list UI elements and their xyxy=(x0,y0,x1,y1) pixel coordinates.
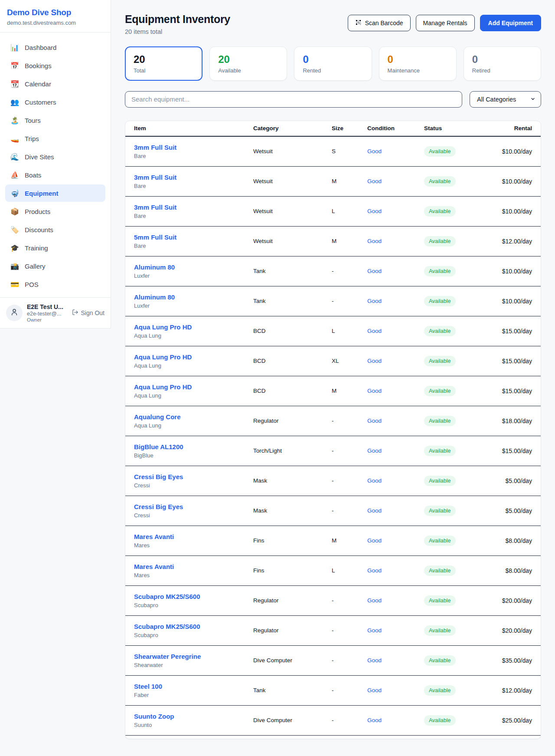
brand-domain: demo.test.divestreams.com xyxy=(7,20,104,26)
sidebar-item-discounts[interactable]: 🏷️ Discounts xyxy=(5,221,105,238)
sidebar-item-pos[interactable]: 💳 POS xyxy=(5,276,105,293)
category-select[interactable]: All Categories xyxy=(470,91,541,108)
item-link[interactable]: Aluminum 80 xyxy=(134,263,175,271)
condition-link[interactable]: Good xyxy=(367,507,382,514)
sidebar-item-label: Products xyxy=(25,208,50,215)
table-row: Shearwater Peregrine Shearwater Dive Com… xyxy=(125,646,541,676)
item-rental: $8.00/day xyxy=(481,567,532,574)
condition-link[interactable]: Good xyxy=(367,567,382,574)
scan-barcode-button[interactable]: Scan Barcode xyxy=(348,15,411,31)
stat-card-available[interactable]: 20 Available xyxy=(209,46,287,81)
condition-link[interactable]: Good xyxy=(367,358,382,364)
sidebar-item-boats[interactable]: ⛵ Boats xyxy=(5,166,105,184)
condition-link[interactable]: Good xyxy=(367,388,382,394)
condition-link[interactable]: Good xyxy=(367,417,382,424)
item-category: Mask xyxy=(253,507,332,514)
condition-link[interactable]: Good xyxy=(367,148,382,154)
condition-link[interactable]: Good xyxy=(367,477,382,484)
gallery-icon: 📸 xyxy=(10,262,19,270)
column-header[interactable]: Category xyxy=(253,125,332,131)
stat-card-maintenance[interactable]: 0 Maintenance xyxy=(379,46,457,81)
sidebar-item-tours[interactable]: 🏝️ Tours xyxy=(5,112,105,129)
item-link[interactable]: 3mm Full Suit xyxy=(134,144,176,151)
item-status-cell: Available xyxy=(424,595,481,606)
item-link[interactable]: Mares Avanti xyxy=(134,563,174,570)
sidebar-item-customers[interactable]: 👥 Customers xyxy=(5,93,105,111)
sign-out-button[interactable]: Sign Out xyxy=(72,309,104,317)
item-link[interactable]: Suunto Zoop xyxy=(134,713,174,720)
stat-value: 0 xyxy=(303,53,363,66)
item-link[interactable]: Aqua Lung Pro HD xyxy=(134,323,192,331)
condition-link[interactable]: Good xyxy=(367,657,382,664)
condition-link[interactable]: Good xyxy=(367,268,382,274)
condition-link[interactable]: Good xyxy=(367,328,382,334)
condition-link[interactable]: Good xyxy=(367,208,382,214)
condition-link[interactable]: Good xyxy=(367,537,382,544)
stats-row: 20 Total 20 Available 0 Rented 0 Mainten… xyxy=(125,46,541,81)
item-link[interactable]: Steel 100 xyxy=(134,683,162,690)
person-icon xyxy=(10,308,19,318)
item-condition-cell: Good xyxy=(367,717,424,723)
brand-name[interactable]: Demo Dive Shop xyxy=(7,8,104,17)
condition-link[interactable]: Good xyxy=(367,238,382,244)
item-link[interactable]: Aluminum 80 xyxy=(134,293,175,301)
item-condition-cell: Good xyxy=(367,238,424,244)
item-link[interactable]: BigBlue AL1200 xyxy=(134,443,183,450)
column-header[interactable]: Rental xyxy=(481,125,532,131)
sidebar-item-bookings[interactable]: 📅 Bookings xyxy=(5,57,105,74)
stat-card-total[interactable]: 20 Total xyxy=(125,46,202,81)
item-size: M xyxy=(332,178,367,184)
condition-link[interactable]: Good xyxy=(367,597,382,604)
sidebar-item-equipment[interactable]: 🤿 Equipment xyxy=(5,184,105,202)
user-info: E2E Test U... e2e-tester@... Owner xyxy=(27,303,68,322)
condition-link[interactable]: Good xyxy=(367,717,382,723)
item-category: Wetsuit xyxy=(253,178,332,184)
item-size: - xyxy=(332,268,367,274)
item-cell: Shearwater Peregrine Shearwater xyxy=(134,653,253,668)
item-link[interactable]: Scubapro MK25/S600 xyxy=(134,623,200,630)
trips-icon: 🚤 xyxy=(10,135,19,143)
app-window: Demo Dive Shop demo.test.divestreams.com… xyxy=(0,0,555,756)
item-rental: $10.00/day xyxy=(481,208,532,215)
status-badge: Available xyxy=(424,446,456,456)
column-header[interactable]: Condition xyxy=(367,125,424,131)
item-link[interactable]: Aqua Lung Pro HD xyxy=(134,353,192,361)
sidebar-item-products[interactable]: 📦 Products xyxy=(5,203,105,220)
item-cell: Aluminum 80 Luxfer xyxy=(134,263,253,279)
sidebar-item-calendar[interactable]: 📆 Calendar xyxy=(5,75,105,92)
condition-link[interactable]: Good xyxy=(367,627,382,634)
item-link[interactable]: 5mm Full Suit xyxy=(134,233,176,241)
item-link[interactable]: Scubapro MK25/S600 xyxy=(134,593,200,600)
item-link[interactable]: Aqua Lung Pro HD xyxy=(134,383,192,391)
stat-card-retired[interactable]: 0 Retired xyxy=(464,46,541,81)
condition-link[interactable]: Good xyxy=(367,298,382,304)
item-status-cell: Available xyxy=(424,685,481,696)
item-link[interactable]: Aqualung Core xyxy=(134,413,181,421)
sidebar-item-training[interactable]: 🎓 Training xyxy=(5,239,105,256)
products-icon: 📦 xyxy=(10,207,19,216)
item-size: - xyxy=(332,687,367,694)
column-header[interactable]: Size xyxy=(332,125,367,131)
condition-link[interactable]: Good xyxy=(367,687,382,694)
user-name: E2E Test U... xyxy=(27,303,68,310)
sidebar-item-trips[interactable]: 🚤 Trips xyxy=(5,130,105,147)
item-link[interactable]: Shearwater Peregrine xyxy=(134,653,201,660)
status-badge: Available xyxy=(424,685,456,696)
item-link[interactable]: 3mm Full Suit xyxy=(134,204,176,211)
stat-card-rented[interactable]: 0 Rented xyxy=(294,46,372,81)
search-input[interactable] xyxy=(125,91,462,108)
sidebar-item-dashboard[interactable]: 📊 Dashboard xyxy=(5,39,105,56)
item-link[interactable]: Cressi Big Eyes xyxy=(134,503,183,510)
item-link[interactable]: Mares Avanti xyxy=(134,533,174,540)
condition-link[interactable]: Good xyxy=(367,447,382,454)
item-link[interactable]: Cressi Big Eyes xyxy=(134,473,183,480)
sidebar-item-gallery[interactable]: 📸 Gallery xyxy=(5,257,105,275)
item-link[interactable]: 3mm Full Suit xyxy=(134,174,176,181)
column-header[interactable]: Item xyxy=(134,125,253,131)
manage-rentals-button[interactable]: Manage Rentals xyxy=(416,15,475,31)
sidebar-item-dive-sites[interactable]: 🌊 Dive Sites xyxy=(5,148,105,165)
item-cell: 3mm Full Suit Bare xyxy=(134,204,253,219)
add-equipment-button[interactable]: Add Equipment xyxy=(480,15,541,31)
column-header[interactable]: Status xyxy=(424,125,481,131)
condition-link[interactable]: Good xyxy=(367,178,382,184)
